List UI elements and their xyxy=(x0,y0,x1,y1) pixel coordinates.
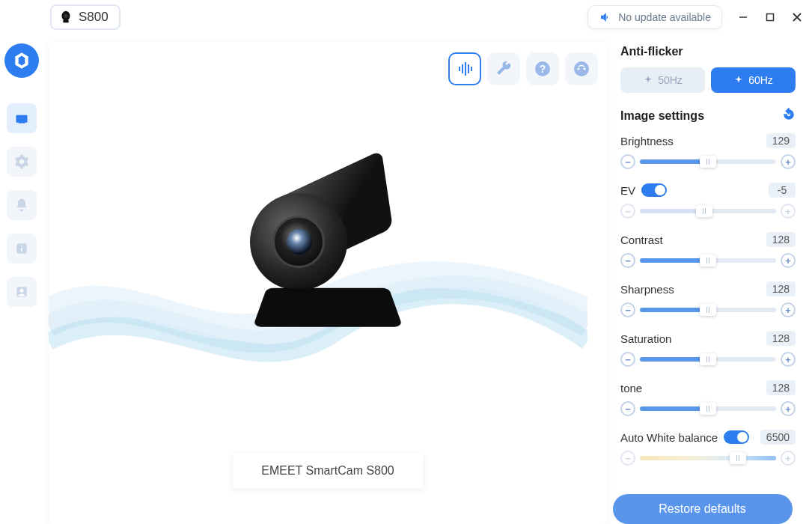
nav-info[interactable] xyxy=(7,234,37,263)
svg-point-23 xyxy=(584,68,586,70)
sharpness-value: 128 xyxy=(766,281,796,296)
anti-flicker-segment: 50Hz 60Hz xyxy=(620,67,796,93)
sharpness-label: Sharpness xyxy=(620,283,674,296)
nav-profile[interactable] xyxy=(7,277,37,307)
window-controls xyxy=(736,10,805,25)
ev-increase[interactable]: + xyxy=(781,204,796,219)
ev-slider[interactable] xyxy=(640,209,776,213)
saturation-row: Saturation 128 − + xyxy=(620,331,796,367)
effects-tool[interactable] xyxy=(565,52,598,85)
update-status[interactable]: No update available xyxy=(587,5,722,29)
webcam-icon xyxy=(58,9,74,25)
brightness-label: Brightness xyxy=(620,135,674,147)
preview-toolbar: ? xyxy=(448,52,598,85)
ev-toggle[interactable] xyxy=(641,183,667,197)
saturation-slider[interactable] xyxy=(640,357,776,362)
svg-rect-18 xyxy=(471,67,472,71)
sharpness-row: Sharpness 128 − + xyxy=(620,281,796,317)
tone-value: 128 xyxy=(766,380,796,395)
svg-rect-17 xyxy=(468,64,469,73)
awb-decrease[interactable]: − xyxy=(620,451,635,466)
anti-flicker-title: Anti-flicker xyxy=(620,45,796,58)
ev-decrease[interactable]: − xyxy=(620,204,635,219)
ev-label: EV xyxy=(620,183,667,197)
contrast-slider[interactable] xyxy=(640,258,776,263)
refresh-icon xyxy=(782,108,796,121)
tone-decrease[interactable]: − xyxy=(620,401,635,416)
contrast-decrease[interactable]: − xyxy=(620,253,635,268)
awb-toggle[interactable] xyxy=(724,430,749,444)
device-name: S800 xyxy=(79,10,109,25)
camera-render xyxy=(245,163,410,358)
svg-rect-9 xyxy=(63,20,68,23)
restore-defaults-button[interactable]: Restore defaults xyxy=(613,494,793,524)
nav-notifications[interactable] xyxy=(7,190,37,220)
brightness-increase[interactable]: + xyxy=(781,154,796,169)
tone-label: tone xyxy=(620,382,642,394)
device-selector[interactable]: S800 xyxy=(50,4,120,30)
settings-panel: Anti-flicker 50Hz 60Hz Image settings Br… xyxy=(607,34,812,524)
close-button[interactable] xyxy=(790,10,805,25)
awb-value: 6500 xyxy=(760,430,796,445)
face-icon xyxy=(573,60,590,78)
help-icon: ? xyxy=(534,60,552,78)
awb-slider[interactable] xyxy=(640,456,776,460)
ev-value: -5 xyxy=(769,183,796,198)
restore-wrap: Restore defaults xyxy=(608,494,797,524)
product-label: EMEET SmartCam S800 xyxy=(233,454,423,488)
tone-slider[interactable] xyxy=(640,406,776,411)
maximize-button[interactable] xyxy=(763,10,778,25)
anti-flicker-50hz[interactable]: 50Hz xyxy=(620,67,705,93)
svg-rect-14 xyxy=(459,67,460,71)
tone-row: tone 128 − + xyxy=(620,380,796,416)
brightness-slider[interactable] xyxy=(640,159,776,164)
minimize-button[interactable] xyxy=(736,10,751,25)
sparkle-icon xyxy=(643,75,653,85)
image-settings-title: Image settings xyxy=(620,108,796,124)
svg-rect-11 xyxy=(767,14,774,21)
topbar: S800 No update available xyxy=(43,0,812,34)
svg-rect-3 xyxy=(21,246,22,247)
svg-rect-1 xyxy=(18,121,24,124)
nav-camera[interactable] xyxy=(7,103,37,133)
svg-point-6 xyxy=(19,289,23,293)
saturation-decrease[interactable]: − xyxy=(620,352,635,367)
saturation-value: 128 xyxy=(766,331,796,346)
svg-point-8 xyxy=(64,13,68,18)
tone-increase[interactable]: + xyxy=(781,401,796,416)
main: ? EMEET SmartCam S800 Anti-flicker 50Hz … xyxy=(43,34,812,524)
sharpness-increase[interactable]: + xyxy=(781,302,796,317)
contrast-label: Contrast xyxy=(620,234,663,246)
anti-flicker-60hz[interactable]: 60Hz xyxy=(711,67,796,93)
audio-tool[interactable] xyxy=(448,52,481,85)
sidebar xyxy=(0,0,43,524)
audio-bars-icon xyxy=(456,60,474,78)
help-tool[interactable]: ? xyxy=(526,52,559,85)
svg-rect-16 xyxy=(465,62,466,76)
contrast-increase[interactable]: + xyxy=(781,253,796,268)
contrast-row: Contrast 128 − + xyxy=(620,232,796,268)
nav-settings[interactable] xyxy=(7,147,37,177)
ev-row: EV -5 − + xyxy=(620,183,796,219)
speaker-icon xyxy=(599,10,612,24)
saturation-label: Saturation xyxy=(620,332,671,345)
update-text: No update available xyxy=(618,11,711,23)
sharpness-slider[interactable] xyxy=(640,308,776,312)
contrast-value: 128 xyxy=(766,232,796,247)
brightness-value: 129 xyxy=(766,133,796,148)
wrench-icon xyxy=(495,60,513,78)
awb-increase[interactable]: + xyxy=(781,451,796,466)
awb-label: Auto White balance xyxy=(620,430,749,444)
reset-image-settings[interactable] xyxy=(782,108,796,124)
svg-rect-4 xyxy=(21,248,22,252)
tools-tool[interactable] xyxy=(487,52,520,85)
saturation-increase[interactable]: + xyxy=(781,352,796,367)
preview-area: ? EMEET SmartCam S800 xyxy=(49,42,607,524)
awb-row: Auto White balance 6500 − + xyxy=(620,430,796,466)
svg-rect-15 xyxy=(462,64,463,73)
sparkle-icon xyxy=(733,75,744,85)
brightness-decrease[interactable]: − xyxy=(620,154,635,169)
camera-preview xyxy=(49,42,607,524)
svg-text:?: ? xyxy=(540,63,546,75)
sharpness-decrease[interactable]: − xyxy=(620,302,635,317)
